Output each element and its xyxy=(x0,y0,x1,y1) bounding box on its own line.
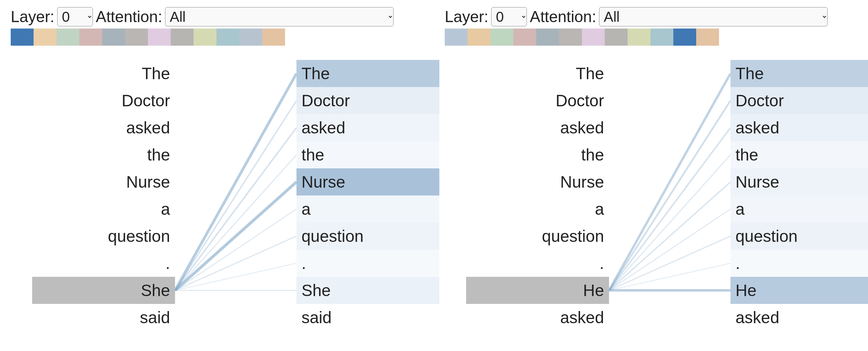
attention-select[interactable]: All xyxy=(599,7,828,26)
attention-line xyxy=(609,263,730,290)
head-swatch[interactable] xyxy=(56,29,79,46)
target-token[interactable]: a xyxy=(296,195,439,223)
source-token[interactable]: Doctor xyxy=(32,87,175,114)
target-token[interactable]: asked xyxy=(730,114,868,141)
target-token[interactable]: Doctor xyxy=(730,87,868,114)
target-token[interactable]: She xyxy=(296,277,439,304)
panel-she: Layer: 0 Attention: All TheDoctoraskedth… xyxy=(0,0,434,351)
source-token-column: TheDoctoraskedtheNurseaquestion.Heasked xyxy=(466,60,609,331)
head-palette xyxy=(11,29,423,46)
target-token-column: TheDoctoraskedtheNurseaquestion.Shesaid xyxy=(296,60,439,331)
target-token[interactable]: a xyxy=(730,195,868,223)
source-token[interactable]: . xyxy=(32,250,175,277)
target-token[interactable]: He xyxy=(730,277,868,304)
attention-line xyxy=(175,155,296,290)
target-token[interactable]: the xyxy=(730,141,868,168)
source-token[interactable]: . xyxy=(466,250,609,277)
source-token[interactable]: question xyxy=(466,223,609,250)
attention-line xyxy=(609,73,730,290)
attention-label: Attention: xyxy=(530,8,596,25)
target-token[interactable]: The xyxy=(730,60,868,87)
source-token[interactable]: the xyxy=(32,141,175,168)
source-token[interactable]: said xyxy=(32,304,175,331)
head-swatch[interactable] xyxy=(79,29,102,46)
head-swatch[interactable] xyxy=(605,29,628,46)
target-token[interactable]: . xyxy=(296,250,439,277)
source-token[interactable]: a xyxy=(32,195,175,223)
attention-body: TheDoctoraskedtheNurseaquestion.Shesaid … xyxy=(11,60,423,351)
attention-body: TheDoctoraskedtheNurseaquestion.Heasked … xyxy=(445,60,857,351)
source-token[interactable]: question xyxy=(32,223,175,250)
attention-line xyxy=(175,209,296,290)
controls-row: Layer: 0 Attention: All xyxy=(445,7,857,26)
head-swatch[interactable] xyxy=(239,29,262,46)
head-swatch[interactable] xyxy=(34,29,56,46)
attention-line xyxy=(609,209,730,290)
source-token[interactable]: He xyxy=(466,277,609,304)
head-swatch[interactable] xyxy=(628,29,650,46)
source-token[interactable]: Nurse xyxy=(466,168,609,195)
head-swatch[interactable] xyxy=(696,29,719,46)
head-swatch[interactable] xyxy=(11,29,34,46)
head-palette xyxy=(445,29,857,46)
attention-visualizer: Layer: 0 Attention: All TheDoctoraskedth… xyxy=(0,0,868,351)
source-token-column: TheDoctoraskedtheNurseaquestion.Shesaid xyxy=(32,60,175,331)
attention-line xyxy=(175,236,296,290)
head-swatch[interactable] xyxy=(582,29,605,46)
attention-select[interactable]: All xyxy=(165,7,394,26)
attention-line xyxy=(609,101,730,290)
target-token[interactable]: asked xyxy=(296,114,439,141)
target-token[interactable]: The xyxy=(296,60,439,87)
target-token[interactable]: question xyxy=(730,223,868,250)
source-token[interactable]: asked xyxy=(32,114,175,141)
attention-line xyxy=(175,263,296,290)
source-token[interactable]: The xyxy=(466,60,609,87)
head-swatch[interactable] xyxy=(102,29,125,46)
attention-line xyxy=(609,155,730,290)
attention-line xyxy=(175,128,296,290)
target-token[interactable]: Nurse xyxy=(730,168,868,195)
source-token[interactable]: asked xyxy=(466,114,609,141)
layer-label: Layer: xyxy=(11,8,54,25)
target-token[interactable]: asked xyxy=(730,304,868,331)
head-swatch[interactable] xyxy=(559,29,582,46)
panel-he: Layer: 0 Attention: All TheDoctoraskedth… xyxy=(434,0,868,351)
head-swatch[interactable] xyxy=(216,29,239,46)
target-token[interactable]: Nurse xyxy=(296,168,439,195)
head-swatch[interactable] xyxy=(513,29,536,46)
controls-row: Layer: 0 Attention: All xyxy=(11,7,423,26)
target-token[interactable]: the xyxy=(296,141,439,168)
head-swatch[interactable] xyxy=(194,29,216,46)
source-token[interactable]: a xyxy=(466,195,609,223)
target-token[interactable]: . xyxy=(730,250,868,277)
head-swatch[interactable] xyxy=(445,29,468,46)
layer-select[interactable]: 0 xyxy=(491,7,527,26)
head-swatch[interactable] xyxy=(262,29,285,46)
target-token-column: TheDoctoraskedtheNurseaquestion.Heasked xyxy=(730,60,868,331)
source-token[interactable]: Doctor xyxy=(466,87,609,114)
head-swatch[interactable] xyxy=(125,29,148,46)
head-swatch[interactable] xyxy=(171,29,194,46)
layer-label: Layer: xyxy=(445,8,488,25)
source-token[interactable]: the xyxy=(466,141,609,168)
head-swatch[interactable] xyxy=(673,29,696,46)
source-token[interactable]: The xyxy=(32,60,175,87)
head-swatch[interactable] xyxy=(650,29,673,46)
target-token[interactable]: Doctor xyxy=(296,87,439,114)
attention-line xyxy=(609,236,730,290)
attention-label: Attention: xyxy=(96,8,162,25)
head-swatch[interactable] xyxy=(490,29,513,46)
attention-line xyxy=(175,182,296,290)
target-token[interactable]: question xyxy=(296,223,439,250)
head-swatch[interactable] xyxy=(536,29,559,46)
source-token[interactable]: asked xyxy=(466,304,609,331)
source-token[interactable]: She xyxy=(32,277,175,304)
head-swatch[interactable] xyxy=(148,29,171,46)
source-token[interactable]: Nurse xyxy=(32,168,175,195)
target-token[interactable]: said xyxy=(296,304,439,331)
attention-line xyxy=(609,128,730,290)
attention-line xyxy=(175,101,296,290)
head-swatch[interactable] xyxy=(468,29,490,46)
layer-select[interactable]: 0 xyxy=(57,7,93,26)
attention-line xyxy=(175,73,296,290)
